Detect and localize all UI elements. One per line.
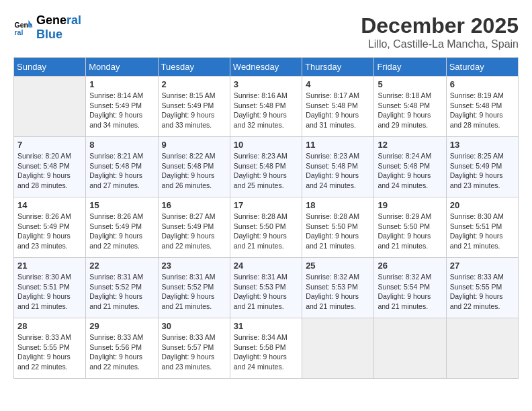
calendar-cell bbox=[302, 318, 374, 379]
calendar-cell: 24Sunrise: 8:31 AMSunset: 5:53 PMDayligh… bbox=[230, 258, 302, 318]
calendar-cell: 31Sunrise: 8:34 AMSunset: 5:58 PMDayligh… bbox=[230, 318, 302, 379]
day-number: 23 bbox=[162, 261, 226, 271]
calendar-cell bbox=[14, 77, 86, 137]
day-info: Sunrise: 8:33 AMSunset: 5:55 PMDaylight:… bbox=[17, 332, 82, 372]
day-number: 6 bbox=[450, 79, 515, 89]
day-info: Sunrise: 8:29 AMSunset: 5:50 PMDaylight:… bbox=[378, 212, 442, 251]
day-number: 4 bbox=[306, 79, 370, 89]
day-number: 26 bbox=[378, 261, 442, 271]
day-info: Sunrise: 8:32 AMSunset: 5:54 PMDaylight:… bbox=[378, 272, 442, 312]
day-number: 19 bbox=[378, 200, 442, 210]
day-number: 22 bbox=[89, 261, 154, 271]
day-number: 17 bbox=[234, 200, 298, 210]
header-day-tuesday: Tuesday bbox=[158, 58, 230, 77]
calendar-cell: 14Sunrise: 8:26 AMSunset: 5:49 PMDayligh… bbox=[14, 197, 86, 258]
day-number: 3 bbox=[234, 79, 298, 89]
day-number: 9 bbox=[162, 140, 226, 150]
day-number: 8 bbox=[89, 140, 154, 150]
day-number: 13 bbox=[450, 140, 515, 150]
day-number: 14 bbox=[17, 200, 82, 210]
day-info: Sunrise: 8:21 AMSunset: 5:48 PMDaylight:… bbox=[89, 151, 154, 191]
calendar-cell: 6Sunrise: 8:19 AMSunset: 5:48 PMDaylight… bbox=[446, 77, 518, 137]
week-row-2: 7Sunrise: 8:20 AMSunset: 5:48 PMDaylight… bbox=[14, 137, 519, 197]
day-info: Sunrise: 8:18 AMSunset: 5:48 PMDaylight:… bbox=[378, 91, 442, 130]
calendar-cell bbox=[446, 318, 518, 379]
day-number: 11 bbox=[306, 140, 370, 150]
day-info: Sunrise: 8:33 AMSunset: 5:55 PMDaylight:… bbox=[450, 272, 515, 312]
day-info: Sunrise: 8:28 AMSunset: 5:50 PMDaylight:… bbox=[234, 212, 298, 251]
calendar-cell: 30Sunrise: 8:33 AMSunset: 5:57 PMDayligh… bbox=[158, 318, 230, 379]
day-info: Sunrise: 8:26 AMSunset: 5:49 PMDaylight:… bbox=[17, 212, 82, 251]
calendar-cell: 27Sunrise: 8:33 AMSunset: 5:55 PMDayligh… bbox=[446, 258, 518, 318]
calendar-cell: 8Sunrise: 8:21 AMSunset: 5:48 PMDaylight… bbox=[86, 137, 158, 197]
calendar-cell: 7Sunrise: 8:20 AMSunset: 5:48 PMDaylight… bbox=[14, 137, 86, 197]
calendar-cell: 22Sunrise: 8:31 AMSunset: 5:52 PMDayligh… bbox=[86, 258, 158, 318]
day-info: Sunrise: 8:22 AMSunset: 5:48 PMDaylight:… bbox=[162, 151, 226, 191]
week-row-1: 1Sunrise: 8:14 AMSunset: 5:49 PMDaylight… bbox=[14, 77, 519, 137]
header-day-monday: Monday bbox=[86, 58, 158, 77]
day-number: 2 bbox=[162, 79, 226, 89]
day-info: Sunrise: 8:17 AMSunset: 5:48 PMDaylight:… bbox=[306, 91, 370, 130]
day-info: Sunrise: 8:15 AMSunset: 5:49 PMDaylight:… bbox=[162, 91, 226, 130]
calendar-table: SundayMondayTuesdayWednesdayThursdayFrid… bbox=[13, 57, 519, 379]
day-info: Sunrise: 8:20 AMSunset: 5:48 PMDaylight:… bbox=[17, 151, 82, 191]
month-title: December 2025 bbox=[361, 13, 519, 38]
calendar-cell: 10Sunrise: 8:23 AMSunset: 5:48 PMDayligh… bbox=[230, 137, 302, 197]
title-section: December 2025 Lillo, Castille-La Mancha,… bbox=[361, 13, 519, 50]
day-number: 15 bbox=[89, 200, 154, 210]
calendar-cell: 1Sunrise: 8:14 AMSunset: 5:49 PMDaylight… bbox=[86, 77, 158, 137]
calendar-cell: 15Sunrise: 8:26 AMSunset: 5:49 PMDayligh… bbox=[86, 197, 158, 258]
calendar-cell: 2Sunrise: 8:15 AMSunset: 5:49 PMDaylight… bbox=[158, 77, 230, 137]
header-day-wednesday: Wednesday bbox=[230, 58, 302, 77]
calendar-cell bbox=[374, 318, 446, 379]
day-info: Sunrise: 8:32 AMSunset: 5:53 PMDaylight:… bbox=[306, 272, 370, 312]
week-row-4: 21Sunrise: 8:30 AMSunset: 5:51 PMDayligh… bbox=[14, 258, 519, 318]
days-header-row: SundayMondayTuesdayWednesdayThursdayFrid… bbox=[14, 58, 519, 77]
header-day-saturday: Saturday bbox=[446, 58, 518, 77]
day-info: Sunrise: 8:31 AMSunset: 5:52 PMDaylight:… bbox=[162, 272, 226, 312]
calendar-cell: 16Sunrise: 8:27 AMSunset: 5:49 PMDayligh… bbox=[158, 197, 230, 258]
day-number: 24 bbox=[234, 261, 298, 271]
day-info: Sunrise: 8:26 AMSunset: 5:49 PMDaylight:… bbox=[89, 212, 154, 251]
day-info: Sunrise: 8:30 AMSunset: 5:51 PMDaylight:… bbox=[17, 272, 82, 312]
day-number: 7 bbox=[17, 140, 82, 150]
day-info: Sunrise: 8:33 AMSunset: 5:56 PMDaylight:… bbox=[89, 332, 154, 372]
day-number: 5 bbox=[378, 79, 442, 89]
header-day-thursday: Thursday bbox=[302, 58, 374, 77]
week-row-3: 14Sunrise: 8:26 AMSunset: 5:49 PMDayligh… bbox=[14, 197, 519, 258]
day-number: 20 bbox=[450, 200, 515, 210]
week-row-5: 28Sunrise: 8:33 AMSunset: 5:55 PMDayligh… bbox=[14, 318, 519, 379]
day-info: Sunrise: 8:24 AMSunset: 5:48 PMDaylight:… bbox=[378, 151, 442, 191]
day-number: 10 bbox=[234, 140, 298, 150]
calendar-cell: 19Sunrise: 8:29 AMSunset: 5:50 PMDayligh… bbox=[374, 197, 446, 258]
logo-text: General Blue bbox=[36, 13, 81, 42]
day-info: Sunrise: 8:23 AMSunset: 5:48 PMDaylight:… bbox=[234, 151, 298, 191]
header-day-sunday: Sunday bbox=[14, 58, 86, 77]
calendar-cell: 18Sunrise: 8:28 AMSunset: 5:50 PMDayligh… bbox=[302, 197, 374, 258]
day-info: Sunrise: 8:28 AMSunset: 5:50 PMDaylight:… bbox=[306, 212, 370, 251]
calendar-cell: 28Sunrise: 8:33 AMSunset: 5:55 PMDayligh… bbox=[14, 318, 86, 379]
day-info: Sunrise: 8:16 AMSunset: 5:48 PMDaylight:… bbox=[234, 91, 298, 130]
day-info: Sunrise: 8:23 AMSunset: 5:48 PMDaylight:… bbox=[306, 151, 370, 191]
calendar-cell: 17Sunrise: 8:28 AMSunset: 5:50 PMDayligh… bbox=[230, 197, 302, 258]
calendar-cell: 25Sunrise: 8:32 AMSunset: 5:53 PMDayligh… bbox=[302, 258, 374, 318]
calendar-cell: 20Sunrise: 8:30 AMSunset: 5:51 PMDayligh… bbox=[446, 197, 518, 258]
day-number: 1 bbox=[89, 79, 154, 89]
day-number: 12 bbox=[378, 140, 442, 150]
day-info: Sunrise: 8:30 AMSunset: 5:51 PMDaylight:… bbox=[450, 212, 515, 251]
day-info: Sunrise: 8:25 AMSunset: 5:49 PMDaylight:… bbox=[450, 151, 515, 191]
logo: Gene ral General Blue bbox=[13, 13, 81, 42]
day-info: Sunrise: 8:34 AMSunset: 5:58 PMDaylight:… bbox=[234, 332, 298, 372]
day-number: 29 bbox=[89, 321, 154, 331]
day-number: 16 bbox=[162, 200, 226, 210]
calendar-cell: 4Sunrise: 8:17 AMSunset: 5:48 PMDaylight… bbox=[302, 77, 374, 137]
calendar-cell: 3Sunrise: 8:16 AMSunset: 5:48 PMDaylight… bbox=[230, 77, 302, 137]
calendar-cell: 21Sunrise: 8:30 AMSunset: 5:51 PMDayligh… bbox=[14, 258, 86, 318]
calendar-cell: 11Sunrise: 8:23 AMSunset: 5:48 PMDayligh… bbox=[302, 137, 374, 197]
calendar-cell: 5Sunrise: 8:18 AMSunset: 5:48 PMDaylight… bbox=[374, 77, 446, 137]
calendar-cell: 9Sunrise: 8:22 AMSunset: 5:48 PMDaylight… bbox=[158, 137, 230, 197]
header-day-friday: Friday bbox=[374, 58, 446, 77]
header: Gene ral General Blue December 2025 Lill… bbox=[13, 13, 519, 50]
calendar-cell: 29Sunrise: 8:33 AMSunset: 5:56 PMDayligh… bbox=[86, 318, 158, 379]
day-number: 31 bbox=[234, 321, 298, 331]
